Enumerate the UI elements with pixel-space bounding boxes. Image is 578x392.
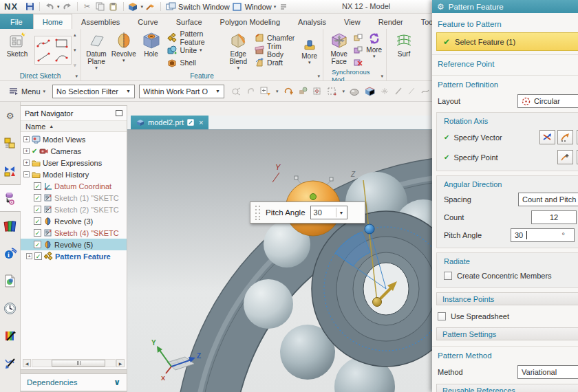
trim-body-button[interactable]: Trim Body (255, 45, 295, 56)
datum-plane-button[interactable]: Datum Plane ▾ (83, 30, 110, 71)
scrollbar-thumb[interactable] (52, 360, 105, 367)
shaded-view-icon[interactable] (350, 87, 360, 96)
sidebar-visualization[interactable] (0, 322, 20, 349)
shaded-box-icon[interactable] (365, 87, 375, 96)
save-icon[interactable] (24, 1, 35, 12)
sync-more-button[interactable]: More ▾ (363, 30, 385, 71)
view-style-caret-icon[interactable]: ▾ (141, 4, 144, 10)
bearing-ball[interactable] (244, 279, 293, 329)
tree-row-model-history[interactable]: − Model History (21, 168, 127, 180)
wcs-target-icon[interactable] (312, 87, 322, 96)
checkbox-unchecked-icon[interactable] (444, 272, 452, 280)
radiate-header[interactable]: Radiate (437, 254, 578, 268)
spacing-dropdown[interactable]: Count and Pitch (518, 193, 578, 206)
view-style-icon[interactable] (128, 1, 139, 12)
scroll-left-icon[interactable]: ◀ (23, 359, 31, 367)
tree-row-user-expressions[interactable]: + User Expressions (21, 157, 127, 168)
caret-down-icon[interactable]: ▾ (276, 89, 279, 94)
tree-row-model-views[interactable]: + Model Views (21, 133, 127, 145)
section-pattern-definition[interactable]: Pattern Definition (432, 76, 578, 92)
pitch-angle-input[interactable]: 30 ° (511, 228, 575, 242)
selection-filter-dropdown[interactable]: No Selection Filter▼ (52, 85, 135, 98)
panel-splitter[interactable] (21, 369, 127, 374)
assembly-hand-icon[interactable] (298, 87, 308, 96)
point-dialog-button[interactable] (557, 150, 573, 164)
caret-down-icon[interactable]: ▼ (336, 208, 344, 217)
sidebar-assembly-navigator[interactable] (0, 129, 20, 157)
rectangle-icon[interactable] (53, 36, 71, 50)
select-feature-row[interactable]: ✔ Select Feature (1) (436, 32, 578, 51)
checkbox-checked-icon[interactable]: ✓ (34, 194, 41, 202)
viewport-canvas[interactable]: Y Z Y Z X Pitch Angle 30 ▼ (127, 130, 432, 392)
pin-icon[interactable] (116, 110, 122, 116)
sync-delete-face-button[interactable] (354, 57, 363, 68)
copy-icon[interactable] (95, 1, 106, 12)
pattern-feature-button[interactable]: Pattern Feature (167, 32, 222, 43)
layout-dropdown[interactable]: Circular (517, 94, 578, 108)
menu-button[interactable]: Menu ▾ (6, 85, 48, 97)
sketch-line2-tool-icon[interactable] (407, 87, 416, 96)
qat-overflow-icon[interactable] (278, 1, 289, 12)
sync-paste-face-button[interactable] (354, 45, 363, 56)
group-label-synchronous[interactable]: Synchronous Mod...▾ (325, 71, 385, 80)
pattern-settings-bar[interactable]: Pattern Settings (436, 327, 578, 340)
checkbox-checked-icon[interactable]: ✓ (34, 206, 41, 213)
inferred-vector-button[interactable] (557, 130, 573, 144)
checkbox-checked-icon[interactable]: ✓ (34, 229, 41, 237)
sidebar-part-navigator[interactable] (0, 184, 21, 212)
sidebar-constraint-navigator[interactable] (0, 157, 20, 184)
horizontal-scrollbar[interactable]: ◀ ▶ (23, 358, 125, 368)
sync-copy-face-button[interactable] (354, 32, 363, 43)
switch-window-label[interactable]: Switch Window (178, 3, 230, 11)
tab-polygon-modeling[interactable]: Polygon Modeling (211, 14, 289, 29)
expand-icon[interactable]: + (26, 253, 32, 259)
method-dropdown[interactable]: Variational (517, 365, 578, 379)
expand-icon[interactable]: + (23, 148, 30, 154)
edge-blend-button[interactable]: Edge Blend ▾ (224, 30, 252, 71)
unite-button[interactable]: Unite▾ (167, 45, 222, 56)
pitch-angle-popup-input[interactable]: 30 ▼ (310, 206, 347, 219)
sidebar-gear-button[interactable]: ⚙ (0, 102, 20, 129)
line-icon[interactable] (35, 50, 53, 64)
scroll-down-icon[interactable]: ▾ (74, 47, 76, 53)
tab-analysis[interactable]: Analysis (289, 14, 335, 29)
scroll-up-icon[interactable]: ▴ (74, 32, 76, 38)
tab-assemblies[interactable]: Assemblies (72, 14, 129, 29)
selection-scope-dropdown[interactable]: Within Work Part O▼ (139, 85, 224, 98)
scroll-right-icon[interactable]: ▶ (116, 359, 125, 367)
create-concentric-row[interactable]: Create Concentric Members (437, 268, 578, 284)
tree-row-cameras[interactable]: + ✔ Cameras (21, 145, 127, 157)
group-label-direct-sketch[interactable]: Direct Sketch▾ (1, 71, 79, 80)
switch-window-icon[interactable] (165, 1, 176, 12)
marquee-select-icon[interactable] (327, 87, 338, 96)
studio-spline-icon[interactable] (35, 36, 53, 50)
snap-point-icon[interactable] (231, 87, 242, 96)
tab-file[interactable]: File (0, 14, 33, 29)
tab-curve[interactable]: Curve (129, 14, 167, 29)
redo-icon[interactable] (62, 1, 73, 12)
undo-caret-icon[interactable]: ▾ (57, 4, 60, 10)
scrollbar-track[interactable] (32, 359, 116, 367)
use-spreadsheet-row[interactable]: Use Spreadsheet (432, 308, 578, 325)
vector-dialog-button[interactable] (539, 130, 555, 144)
section-reference-point[interactable]: Reference Point (432, 56, 578, 72)
cut-icon[interactable]: ✂ (82, 1, 93, 12)
viewport-tab-model2[interactable]: model2.prt × (131, 116, 208, 129)
angular-direction-header[interactable]: Angular Direction (437, 177, 578, 190)
sketch-line-tool-icon[interactable] (394, 87, 403, 96)
paste-icon[interactable] (108, 1, 119, 12)
draft-button[interactable]: Draft (255, 57, 295, 68)
tab-view[interactable]: View (335, 14, 370, 29)
surface-button[interactable]: Surf (388, 30, 420, 71)
shell-button[interactable]: Shell (167, 57, 222, 68)
sidebar-internet[interactable]: i (0, 239, 20, 267)
hole-button[interactable]: Hole (138, 30, 165, 71)
filter-plus-icon[interactable] (260, 87, 271, 96)
expand-icon[interactable]: + (23, 160, 30, 166)
reusable-references-bar[interactable]: Reusable References (436, 384, 578, 392)
brush-icon[interactable] (145, 1, 156, 12)
sketch-button[interactable]: Sketch (1, 30, 33, 71)
rotate-point-icon[interactable] (283, 87, 293, 96)
sidebar-history-palette[interactable] (0, 294, 20, 322)
drag-grip-icon[interactable] (255, 205, 261, 220)
